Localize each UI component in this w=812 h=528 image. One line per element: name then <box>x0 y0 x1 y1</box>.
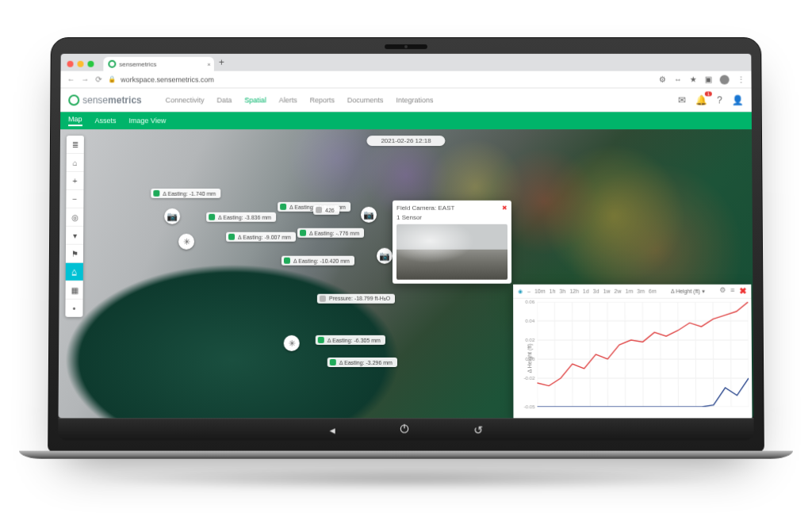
camera-marker-icon[interactable]: 📷 <box>361 207 377 223</box>
main-nav-item[interactable]: Data <box>216 96 232 104</box>
svg-line-12 <box>642 302 643 407</box>
sensor-label-pill[interactable]: Pressure: -18.799 ft-H₂O <box>317 294 395 304</box>
gear-marker-icon[interactable]: ✳ <box>178 234 194 250</box>
camera-thumbnail[interactable] <box>396 224 508 280</box>
sensor-label-pill[interactable]: Δ Easting: -3.836 mm <box>206 212 276 222</box>
extension-icon[interactable]: ▣ <box>705 75 712 84</box>
back-icon[interactable]: ← <box>67 75 75 84</box>
chart-menu-icon[interactable]: ≡ <box>730 286 734 297</box>
sensor-label-pill[interactable]: Δ Easting: -10.420 mm <box>282 256 354 266</box>
chart-range-option[interactable]: – <box>527 289 530 294</box>
main-nav-item[interactable]: Documents <box>347 96 383 104</box>
target-icon[interactable]: ◎ <box>66 209 83 227</box>
map-toolbar: ≣⌂+−◎▾⚑⩠▦• <box>65 136 84 317</box>
status-swatch <box>228 234 235 240</box>
zoom-in-icon[interactable]: + <box>66 172 83 190</box>
sensor-label-pill[interactable]: Δ Easting: -.776 mm <box>297 228 364 238</box>
chart-y-tick: -0.05 <box>524 404 538 409</box>
brand-logo[interactable]: sensemetrics <box>68 94 142 105</box>
flag-icon[interactable]: ⚑ <box>66 245 83 263</box>
svg-line-14 <box>678 302 679 407</box>
sensor-label-pill[interactable]: Δ Easting: -6.305 mm <box>316 335 385 345</box>
sensor-label-text: Δ Easting: -6.305 mm <box>327 337 381 342</box>
maximize-window-icon[interactable] <box>87 61 94 67</box>
chart-range-option[interactable]: 3m <box>637 289 645 294</box>
layers-icon[interactable]: ≣ <box>67 136 84 154</box>
forward-icon[interactable]: → <box>81 75 89 84</box>
home-icon[interactable]: ⌂ <box>67 154 84 172</box>
chart-range-option[interactable]: 10m <box>534 289 546 294</box>
chart-y-tick: 0.04 <box>526 319 538 323</box>
browser-tab[interactable]: sensemetrics × <box>103 57 214 71</box>
extension-icon[interactable]: ↔ <box>674 75 682 84</box>
dot-icon[interactable]: • <box>65 300 82 317</box>
chart-y-tick: 0.06 <box>525 300 537 304</box>
main-nav-item[interactable]: Reports <box>310 96 335 104</box>
chart-title[interactable]: Δ Height (ft) ▾ <box>671 288 705 294</box>
camera-marker-icon[interactable]: 📷 <box>164 209 180 224</box>
sensor-label-pill[interactable]: Δ Easting: -1.740 mm <box>151 189 220 198</box>
profile-avatar[interactable] <box>720 75 730 84</box>
main-nav-item[interactable]: Spatial <box>244 96 266 104</box>
reload-icon[interactable]: ⟳ <box>95 75 102 84</box>
brand-text-prefix: sense <box>82 94 108 105</box>
chart-close-icon[interactable]: ✖ <box>739 286 746 297</box>
chart-plot-area[interactable]: 0.060.040.020.00-0.02-0.05 <box>537 302 749 407</box>
chart-live-icon[interactable]: ◉ <box>518 288 523 294</box>
chart-settings-icon[interactable]: ⚙ <box>719 286 726 297</box>
camera-popup: Field Camera: EAST ✖ 1 Sensor <box>393 201 511 284</box>
sub-nav-item[interactable]: Map <box>68 115 82 126</box>
sensor-label-pill[interactable]: Δ Easting: -9.007 mm <box>226 232 296 242</box>
chart-range-option[interactable]: 1m <box>626 289 634 294</box>
chart-y-tick: 0.02 <box>526 338 538 342</box>
main-nav-item[interactable]: Connectivity <box>166 96 205 104</box>
sensor-label-pill[interactable]: 426 <box>313 205 339 215</box>
sub-nav-item[interactable]: Assets <box>94 117 116 124</box>
sub-nav-item[interactable]: Image View <box>128 117 166 124</box>
notifications-icon[interactable]: 🔔1 <box>695 94 707 105</box>
menu-icon[interactable]: ⋮ <box>737 75 745 84</box>
chart-icon[interactable]: ⩠ <box>66 263 83 281</box>
chart-popup: ◉ –10m1h3h12h1d3d1w2w1m3m6m Δ Height (ft… <box>513 285 752 419</box>
grid-icon[interactable]: ▦ <box>66 281 83 300</box>
svg-line-16 <box>713 302 714 407</box>
laptop-base <box>19 451 793 459</box>
main-nav-item[interactable]: Alerts <box>279 96 297 104</box>
chart-range-option[interactable]: 2w <box>615 289 622 294</box>
minimize-window-icon[interactable] <box>77 61 83 67</box>
close-window-icon[interactable] <box>67 61 74 67</box>
new-tab-button[interactable]: + <box>214 57 229 71</box>
chart-range-option[interactable]: 1d <box>583 289 589 294</box>
url-field[interactable]: 🔒 workspace.sensemetrics.com <box>108 75 653 83</box>
extension-icon[interactable]: ⚙ <box>659 75 666 84</box>
sub-nav: MapAssetsImage View <box>60 112 752 129</box>
back-hardware-button[interactable]: ◂ <box>329 423 335 436</box>
status-swatch <box>280 204 286 210</box>
extension-icon[interactable]: ★ <box>690 75 697 84</box>
tab-close-icon[interactable]: × <box>207 60 211 67</box>
gear-marker-icon[interactable]: ✳ <box>284 335 300 351</box>
chart-range-option[interactable]: 3d <box>593 289 599 294</box>
chart-range-option[interactable]: 1h <box>550 289 556 294</box>
chart-range-option[interactable]: 6m <box>649 289 657 294</box>
recent-hardware-button[interactable]: ↺ <box>473 423 483 436</box>
power-hardware-button[interactable] <box>398 423 409 436</box>
svg-line-18 <box>748 302 749 407</box>
chart-range-option[interactable]: 3h <box>559 289 565 294</box>
sensor-label-pill[interactable]: Δ Easting: -3.296 mm <box>327 358 397 367</box>
chart-range-option[interactable]: 1w <box>603 289 611 294</box>
mail-icon[interactable]: ✉ <box>678 94 686 105</box>
sensor-label-text: 426 <box>325 207 335 212</box>
filter-icon[interactable]: ▾ <box>66 227 83 245</box>
zoom-out-icon[interactable]: − <box>66 190 83 209</box>
user-menu-icon[interactable]: 👤 <box>732 94 744 105</box>
help-icon[interactable]: ? <box>717 94 722 105</box>
map-viewport[interactable]: ≣⌂+−◎▾⚑⩠▦• 2021-02-26 12:18 Δ Easting: -… <box>59 129 754 418</box>
sensor-label-text: Pressure: -18.799 ft-H₂O <box>329 296 390 302</box>
camera-marker-icon[interactable]: 📷 <box>377 248 393 264</box>
status-swatch <box>320 296 326 302</box>
timestamp-pill[interactable]: 2021-02-26 12:18 <box>367 136 446 146</box>
chart-range-option[interactable]: 12h <box>569 289 579 294</box>
main-nav-item[interactable]: Integrations <box>396 96 433 104</box>
camera-popup-close-icon[interactable]: ✖ <box>502 205 508 212</box>
